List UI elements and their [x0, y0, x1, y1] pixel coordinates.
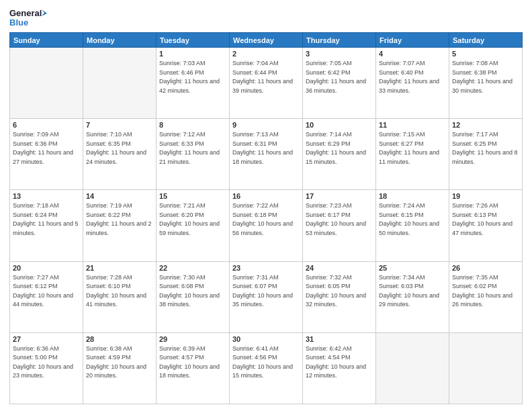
calendar-cell: 27Sunrise: 6:36 AMSunset: 5:00 PMDayligh… [10, 332, 83, 404]
weekday-header: Thursday [303, 33, 376, 48]
day-number: 19 [452, 192, 519, 200]
calendar-cell: 31Sunrise: 6:42 AMSunset: 4:54 PMDayligh… [303, 332, 376, 404]
calendar-cell: 2Sunrise: 7:04 AMSunset: 6:44 PMDaylight… [230, 48, 303, 119]
day-number: 8 [159, 121, 226, 129]
daylight-text: Daylight: 10 hours and 56 minutes. [232, 220, 300, 238]
day-number: 5 [452, 50, 519, 58]
calendar-week-row: 6Sunrise: 7:09 AMSunset: 6:36 PMDaylight… [10, 119, 523, 190]
sunset-text: Sunset: 4:56 PM [232, 353, 300, 363]
sunset-text: Sunset: 6:35 PM [86, 140, 153, 149]
daylight-text: Daylight: 10 hours and 20 minutes. [86, 363, 153, 381]
calendar-cell: 8Sunrise: 7:12 AMSunset: 6:33 PMDaylight… [157, 119, 230, 190]
calendar-week-row: 27Sunrise: 6:36 AMSunset: 5:00 PMDayligh… [10, 332, 523, 404]
sunset-text: Sunset: 6:38 PM [452, 68, 519, 78]
sunrise-text: Sunrise: 7:21 AM [159, 201, 226, 211]
calendar-cell: 17Sunrise: 7:23 AMSunset: 6:17 PMDayligh… [303, 190, 376, 261]
calendar-cell: 24Sunrise: 7:32 AMSunset: 6:05 PMDayligh… [303, 261, 376, 332]
sunset-text: Sunset: 6:46 PM [159, 68, 226, 78]
sunrise-text: Sunrise: 7:03 AM [159, 59, 226, 68]
calendar-cell [449, 332, 523, 404]
weekday-header: Saturday [449, 33, 523, 48]
sunset-text: Sunset: 6:07 PM [232, 282, 300, 291]
day-number: 3 [306, 50, 373, 58]
sunrise-text: Sunrise: 7:12 AM [159, 130, 226, 140]
sunrise-text: Sunrise: 7:04 AM [232, 59, 300, 68]
daylight-text: Daylight: 11 hours and 18 minutes. [232, 148, 300, 167]
sunrise-text: Sunrise: 6:36 AM [13, 345, 80, 354]
calendar-cell: 22Sunrise: 7:30 AMSunset: 6:08 PMDayligh… [157, 261, 230, 332]
daylight-text: Daylight: 10 hours and 35 minutes. [232, 291, 300, 310]
svg-marker-2 [42, 9, 47, 16]
calendar-cell [376, 332, 449, 404]
calendar-cell: 12Sunrise: 7:17 AMSunset: 6:25 PMDayligh… [449, 119, 523, 190]
day-number: 24 [306, 264, 373, 272]
day-number: 9 [232, 121, 300, 129]
sunrise-text: Sunrise: 7:28 AM [86, 273, 153, 283]
sunset-text: Sunset: 6:10 PM [86, 282, 153, 291]
daylight-text: Daylight: 10 hours and 32 minutes. [306, 291, 373, 310]
calendar-cell: 29Sunrise: 6:39 AMSunset: 4:57 PMDayligh… [157, 332, 230, 404]
sunset-text: Sunset: 6:27 PM [379, 140, 446, 149]
day-number: 10 [306, 121, 373, 129]
day-number: 20 [13, 264, 80, 272]
calendar-page: GeneralBlue SundayMondayTuesdayWednesday… [0, 0, 532, 411]
daylight-text: Daylight: 10 hours and 53 minutes. [306, 220, 373, 238]
day-number: 7 [86, 121, 153, 129]
daylight-text: Daylight: 11 hours and 5 minutes. [13, 220, 80, 238]
sunrise-text: Sunrise: 7:05 AM [306, 59, 373, 68]
calendar-cell: 23Sunrise: 7:31 AMSunset: 6:07 PMDayligh… [230, 261, 303, 332]
calendar-cell: 11Sunrise: 7:15 AMSunset: 6:27 PMDayligh… [376, 119, 449, 190]
logo-svg: GeneralBlue [9, 7, 50, 28]
sunset-text: Sunset: 6:24 PM [13, 211, 80, 220]
sunset-text: Sunset: 6:36 PM [13, 140, 80, 149]
sunrise-text: Sunrise: 6:38 AM [86, 345, 153, 354]
day-number: 1 [159, 50, 226, 58]
calendar-cell: 21Sunrise: 7:28 AMSunset: 6:10 PMDayligh… [83, 261, 157, 332]
sunset-text: Sunset: 5:00 PM [13, 353, 80, 363]
sunrise-text: Sunrise: 7:23 AM [306, 201, 373, 211]
sunset-text: Sunset: 6:20 PM [159, 211, 226, 220]
weekday-header: Wednesday [230, 33, 303, 48]
daylight-text: Daylight: 10 hours and 41 minutes. [86, 291, 153, 310]
sunset-text: Sunset: 6:44 PM [232, 68, 300, 78]
sunrise-text: Sunrise: 6:39 AM [159, 345, 226, 354]
sunset-text: Sunset: 6:12 PM [13, 282, 80, 291]
calendar-cell: 9Sunrise: 7:13 AMSunset: 6:31 PMDaylight… [230, 119, 303, 190]
sunrise-text: Sunrise: 7:30 AM [159, 273, 226, 283]
sunrise-text: Sunrise: 7:07 AM [379, 59, 446, 68]
sunrise-text: Sunrise: 7:15 AM [379, 130, 446, 140]
calendar-cell: 16Sunrise: 7:22 AMSunset: 6:18 PMDayligh… [230, 190, 303, 261]
sunset-text: Sunset: 4:54 PM [306, 353, 373, 363]
calendar-cell: 3Sunrise: 7:05 AMSunset: 6:42 PMDaylight… [303, 48, 376, 119]
calendar-week-row: 1Sunrise: 7:03 AMSunset: 6:46 PMDaylight… [10, 48, 523, 119]
day-number: 14 [86, 192, 153, 200]
day-number: 23 [232, 264, 300, 272]
daylight-text: Daylight: 11 hours and 42 minutes. [159, 77, 226, 95]
day-number: 2 [232, 50, 300, 58]
daylight-text: Daylight: 11 hours and 36 minutes. [306, 77, 373, 95]
day-number: 18 [379, 192, 446, 200]
calendar-cell: 4Sunrise: 7:07 AMSunset: 6:40 PMDaylight… [376, 48, 449, 119]
day-number: 17 [306, 192, 373, 200]
day-number: 31 [306, 335, 373, 343]
day-number: 12 [452, 121, 519, 129]
weekday-header: Tuesday [157, 33, 230, 48]
daylight-text: Daylight: 10 hours and 59 minutes. [159, 220, 226, 238]
sunrise-text: Sunrise: 7:24 AM [379, 201, 446, 211]
calendar-week-row: 13Sunrise: 7:18 AMSunset: 6:24 PMDayligh… [10, 190, 523, 261]
weekday-header: Friday [376, 33, 449, 48]
day-number: 13 [13, 192, 80, 200]
daylight-text: Daylight: 10 hours and 47 minutes. [452, 220, 519, 238]
calendar-cell: 5Sunrise: 7:08 AMSunset: 6:38 PMDaylight… [449, 48, 523, 119]
calendar-cell: 28Sunrise: 6:38 AMSunset: 4:59 PMDayligh… [83, 332, 157, 404]
calendar-cell: 25Sunrise: 7:34 AMSunset: 6:03 PMDayligh… [376, 261, 449, 332]
day-number: 26 [452, 264, 519, 272]
calendar-cell: 26Sunrise: 7:35 AMSunset: 6:02 PMDayligh… [449, 261, 523, 332]
calendar-cell: 7Sunrise: 7:10 AMSunset: 6:35 PMDaylight… [83, 119, 157, 190]
calendar-cell: 30Sunrise: 6:41 AMSunset: 4:56 PMDayligh… [230, 332, 303, 404]
sunrise-text: Sunrise: 7:32 AM [306, 273, 373, 283]
day-number: 6 [13, 121, 80, 129]
sunset-text: Sunset: 6:13 PM [452, 211, 519, 220]
calendar-cell: 19Sunrise: 7:26 AMSunset: 6:13 PMDayligh… [449, 190, 523, 261]
sunset-text: Sunset: 4:57 PM [159, 353, 226, 363]
